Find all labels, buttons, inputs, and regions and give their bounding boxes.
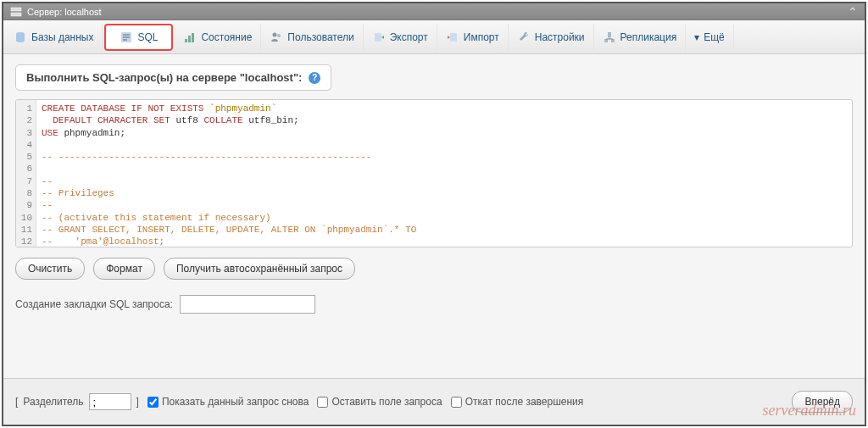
svg-rect-1 <box>11 13 21 16</box>
close-icon[interactable]: ⌃ <box>848 5 858 19</box>
tab-label: Ещё <box>704 31 725 43</box>
retain-box-checkbox[interactable] <box>317 397 328 408</box>
tab-label: SQL <box>137 31 158 43</box>
content-area: Выполнить SQL-запрос(ы) на сервере "loca… <box>3 54 865 384</box>
server-icon <box>10 6 22 18</box>
line-gutter: 1 2 3 4 5 6 7 8 9 10 11 12 13 14 15 16 <box>16 100 36 247</box>
server-title-bar: Сервер: localhost ⌃ <box>3 3 865 20</box>
rollback-checkbox[interactable] <box>451 397 462 408</box>
delimiter-label: Разделитель <box>23 396 83 408</box>
database-icon <box>14 31 27 44</box>
tab-users[interactable]: Пользователи <box>261 24 363 51</box>
footer-bar: [ Разделитель ] Показать данный запрос с… <box>3 378 865 425</box>
svg-rect-6 <box>192 33 194 42</box>
go-button[interactable]: Вперёд <box>792 391 853 413</box>
svg-point-7 <box>273 32 277 36</box>
panel-title-text: Выполнить SQL-запрос(ы) на сервере "loca… <box>26 71 302 84</box>
autosaved-button[interactable]: Получить автосохранённый запрос <box>164 258 355 280</box>
status-icon <box>183 31 197 44</box>
show-again-checkbox-label[interactable]: Показать данный запрос снова <box>147 396 309 408</box>
tab-label: Состояние <box>201 31 252 43</box>
svg-point-8 <box>277 34 281 37</box>
users-icon <box>270 31 283 44</box>
tab-more[interactable]: ▾ Ещё <box>686 25 734 50</box>
help-icon[interactable]: ? <box>309 72 320 84</box>
show-again-checkbox[interactable] <box>147 397 159 408</box>
wrench-icon <box>517 31 531 44</box>
sql-editor[interactable]: 1 2 3 4 5 6 7 8 9 10 11 12 13 14 15 16 C… <box>15 99 853 247</box>
bookmark-input[interactable] <box>180 295 315 314</box>
tab-databases[interactable]: Базы данных <box>5 24 103 51</box>
sql-icon <box>120 31 133 44</box>
chevron-down-icon: ▾ <box>694 31 699 43</box>
tab-import[interactable]: Импорт <box>437 24 509 51</box>
tab-label: Импорт <box>464 31 499 43</box>
panel-title: Выполнить SQL-запрос(ы) на сервере "loca… <box>15 64 331 91</box>
tab-label: Настройки <box>535 31 585 43</box>
tab-sql[interactable]: SQL <box>104 24 173 51</box>
replication-icon <box>603 31 616 44</box>
svg-rect-10 <box>450 33 457 42</box>
svg-rect-4 <box>185 39 187 42</box>
tab-replication[interactable]: Репликация <box>594 24 687 51</box>
editor-buttons: Очистить Формат Получить автосохранённый… <box>15 258 853 280</box>
delimiter-input[interactable] <box>89 393 131 410</box>
tab-export[interactable]: Экспорт <box>364 24 437 51</box>
tab-label: Экспорт <box>390 31 428 43</box>
tab-label: Репликация <box>620 31 677 43</box>
svg-rect-11 <box>608 32 611 37</box>
svg-rect-9 <box>375 33 381 42</box>
bookmark-label: Создание закладки SQL запроса: <box>15 298 173 310</box>
retain-box-text: Оставить поле запроса <box>331 396 442 408</box>
bookmark-row: Создание закладки SQL запроса: <box>15 295 853 314</box>
svg-rect-5 <box>188 36 191 42</box>
svg-rect-13 <box>611 39 615 42</box>
clear-button[interactable]: Очистить <box>15 258 85 280</box>
rollback-text: Откат после завершения <box>465 396 584 408</box>
rollback-label[interactable]: Откат после завершения <box>451 396 584 408</box>
tab-label: Базы данных <box>31 31 93 43</box>
main-tabs: Базы данных SQL Состояние Пользователи Э… <box>3 20 865 54</box>
svg-rect-12 <box>604 39 608 42</box>
tab-status[interactable]: Состояние <box>175 24 261 51</box>
svg-rect-0 <box>11 8 21 11</box>
format-button[interactable]: Формат <box>93 258 155 280</box>
code-area[interactable]: CREATE DATABASE IF NOT EXISTS `phpmyadmi… <box>36 100 852 247</box>
delimiter-open: [ <box>15 396 18 408</box>
tab-settings[interactable]: Настройки <box>509 24 594 51</box>
retain-box-label[interactable]: Оставить поле запроса <box>317 396 442 408</box>
tab-label: Пользователи <box>287 31 353 43</box>
delimiter-close: ] <box>136 396 139 408</box>
export-icon <box>372 31 386 44</box>
import-icon <box>446 31 459 44</box>
show-again-text: Показать данный запрос снова <box>162 396 309 408</box>
server-title: Сервер: localhost <box>27 7 102 17</box>
